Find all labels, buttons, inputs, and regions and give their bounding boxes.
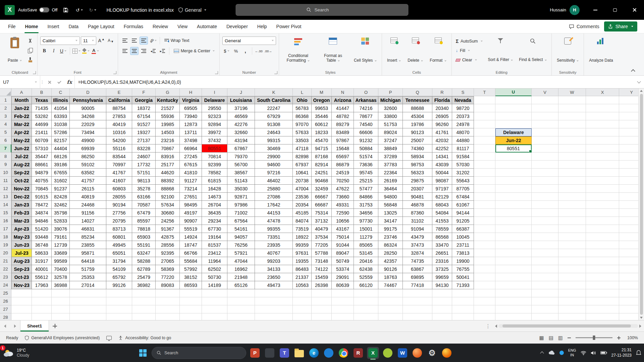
- sensitivity-ribbon-button[interactable]: Sensitivity: [554, 36, 581, 64]
- cell-U14[interactable]: [495, 201, 532, 209]
- cell-R28[interactable]: [432, 313, 452, 320]
- cell-P4[interactable]: 51753: [378, 120, 403, 128]
- cell-I11[interactable]: 61815: [202, 177, 227, 185]
- cell-X24[interactable]: [586, 281, 619, 289]
- cell-I28[interactable]: [202, 313, 227, 320]
- row-header-17[interactable]: 17: [0, 225, 11, 233]
- cell-G9[interactable]: 25177: [156, 161, 180, 169]
- cell-I24[interactable]: 14189: [202, 281, 227, 289]
- align-center-button[interactable]: [130, 47, 139, 55]
- firefox-icon[interactable]: [441, 347, 453, 359]
- normal-view-button[interactable]: ▦: [539, 335, 544, 341]
- cell-N7[interactable]: 15648: [332, 144, 354, 153]
- cell-H23[interactable]: 38152: [180, 273, 202, 281]
- cell-W1[interactable]: [558, 96, 586, 104]
- cell-L28[interactable]: [293, 313, 312, 320]
- autosave-switch[interactable]: [39, 7, 49, 12]
- horizontal-scroll-thumb[interactable]: [502, 324, 631, 327]
- cell-D19[interactable]: 23855: [70, 241, 106, 249]
- cell-J5[interactable]: 32660: [227, 128, 255, 136]
- cell-R7[interactable]: 42252: [432, 144, 452, 153]
- find-select-button[interactable]: Find & Select: [517, 36, 549, 64]
- decrease-decimal-button[interactable]: .00→: [264, 47, 272, 55]
- cell-A20[interactable]: Jul-23: [11, 249, 32, 257]
- cell-C14[interactable]: 32462: [52, 201, 70, 209]
- format-painter-button[interactable]: [26, 56, 35, 64]
- cell-J13[interactable]: 92871: [227, 193, 255, 201]
- cell-M2[interactable]: 99653: [312, 104, 332, 112]
- column-header-M[interactable]: M: [312, 88, 332, 96]
- cell-K6[interactable]: 99315: [255, 136, 293, 144]
- fill-button[interactable]: ↓Fill: [454, 46, 484, 55]
- cell-H1[interactable]: Virginia: [180, 96, 202, 104]
- cell-J25[interactable]: [227, 289, 255, 297]
- cell-C26[interactable]: [52, 297, 70, 305]
- cell-B16[interactable]: 94846: [32, 217, 52, 225]
- cell-T11[interactable]: [474, 177, 495, 185]
- cell-M12[interactable]: 32459: [312, 185, 332, 193]
- name-box-grip[interactable]: ⋮: [40, 76, 44, 88]
- orientation-button[interactable]: ab: [149, 37, 157, 45]
- underline-button[interactable]: U: [59, 47, 67, 55]
- cell-H20[interactable]: 66766: [180, 249, 202, 257]
- cell-M21[interactable]: 73148: [312, 257, 332, 265]
- cell-O15[interactable]: 34656: [354, 209, 378, 217]
- borders-button[interactable]: [72, 47, 81, 55]
- dev-tool-icon[interactable]: [264, 347, 276, 359]
- increase-indent-button[interactable]: ▸: [158, 47, 167, 55]
- cell-N8[interactable]: 65697: [332, 153, 354, 161]
- sheet-nav-prev[interactable]: [0, 320, 10, 331]
- cell-R20[interactable]: 26651: [432, 249, 452, 257]
- cell-U27[interactable]: [495, 305, 532, 313]
- cell-P22[interactable]: 90126: [378, 265, 403, 273]
- font-name-select[interactable]: Calibri: [40, 37, 80, 45]
- cell-N6[interactable]: 97867: [332, 136, 354, 144]
- zoom-level[interactable]: 100%: [625, 336, 638, 340]
- cell-P6[interactable]: 37247: [378, 136, 403, 144]
- cell-G8[interactable]: 83916: [156, 153, 180, 161]
- cell-C6[interactable]: 82157: [52, 136, 70, 144]
- cell-W22[interactable]: [558, 265, 586, 273]
- cell-O14[interactable]: 31753: [354, 201, 378, 209]
- cell-B7[interactable]: 57310: [32, 144, 52, 153]
- cell-N19[interactable]: 91044: [332, 241, 354, 249]
- cell-J20[interactable]: 57921: [227, 249, 255, 257]
- cell-D20[interactable]: 95871: [70, 249, 106, 257]
- cell-O9[interactable]: 73636: [354, 161, 378, 169]
- cell-V11[interactable]: [532, 177, 558, 185]
- increase-decimal-button[interactable]: ←.00: [255, 47, 263, 55]
- cell-E26[interactable]: [106, 297, 132, 305]
- cell-W28[interactable]: [558, 313, 586, 320]
- cell-F14[interactable]: 70587: [132, 201, 156, 209]
- column-header-R[interactable]: R: [432, 88, 452, 96]
- cell-Q11[interactable]: 29875: [403, 177, 432, 185]
- cell-X25[interactable]: [586, 289, 619, 297]
- cell-E4[interactable]: 40419: [106, 120, 132, 128]
- cell-O5[interactable]: 66606: [354, 128, 378, 136]
- cell-S8[interactable]: 91584: [452, 153, 474, 161]
- row-header-12[interactable]: 12: [0, 185, 11, 193]
- cell-I6[interactable]: 37432: [202, 136, 227, 144]
- cell-A4[interactable]: Mar-22: [11, 120, 32, 128]
- cell-I13[interactable]: 14673: [202, 193, 227, 201]
- cell-W8[interactable]: [558, 153, 586, 161]
- cell-P2[interactable]: 32600: [378, 104, 403, 112]
- cell-X12[interactable]: [586, 185, 619, 193]
- cell-W12[interactable]: [558, 185, 586, 193]
- menu-tab-home[interactable]: Home: [20, 20, 43, 33]
- cell-W9[interactable]: [558, 161, 586, 169]
- menu-tab-view[interactable]: View: [173, 20, 192, 33]
- cell-F3[interactable]: 67154: [132, 112, 156, 120]
- merge-center-button[interactable]: Merge & Center: [172, 47, 217, 55]
- greenshot-icon[interactable]: [382, 347, 394, 359]
- cell-C12[interactable]: 91237: [52, 185, 70, 193]
- cell-B10[interactable]: 94879: [32, 169, 52, 177]
- cell-G7[interactable]: 70867: [156, 144, 180, 153]
- cell-S3[interactable]: 20373: [452, 112, 474, 120]
- column-header-U[interactable]: U: [495, 88, 532, 96]
- cell-V2[interactable]: [532, 104, 558, 112]
- cell-R3[interactable]: 26905: [432, 112, 452, 120]
- cell-R23[interactable]: 99659: [432, 273, 452, 281]
- scroll-up-icon[interactable]: [640, 90, 643, 92]
- cell-V19[interactable]: [532, 241, 558, 249]
